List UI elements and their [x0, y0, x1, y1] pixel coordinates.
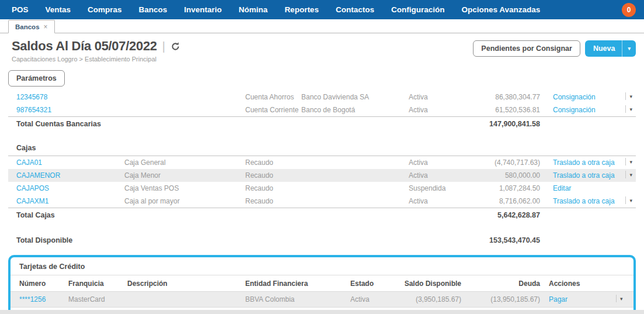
caja-code-link[interactable]: CAJAMENOR — [16, 171, 124, 180]
chevron-down-icon: ▾ — [620, 296, 623, 302]
total-cuentas-bancarias-row: Total Cuentas Bancarias 147,900,841.58 — [8, 117, 636, 131]
caja-name: Caja al por mayor — [124, 197, 245, 205]
status: Activa — [409, 158, 473, 167]
refresh-icon[interactable] — [170, 42, 180, 51]
total-label: Total Cuentas Bancarias — [16, 120, 101, 128]
tarjeta-row: ****1256 MasterCard BBVA Colombia Activa… — [11, 292, 633, 307]
table-row: CAJAXM1 Caja al por mayor Recaudo Activa… — [8, 195, 636, 208]
status: Suspendida — [409, 184, 473, 192]
table-row: CAJAPOS Caja Ventas POS Recaudo Suspendi… — [8, 182, 636, 195]
chevron-down-icon: ▾ — [629, 106, 632, 112]
status: Activa — [409, 93, 473, 101]
nav-item-inventario[interactable]: Inventario — [184, 5, 222, 14]
total-disponible-label: Total Disponible — [16, 236, 72, 244]
nueva-button-label[interactable]: Nueva — [585, 40, 622, 57]
row-menu-button[interactable]: ▾ — [616, 295, 623, 302]
chevron-down-icon: ▾ — [629, 198, 632, 203]
nueva-split-button[interactable]: Nueva ▾ — [585, 40, 636, 57]
nav-item-opciones-avanzadas[interactable]: Opciones Avanzadas — [461, 5, 540, 14]
col-header-numero: Número — [19, 280, 68, 288]
account-number-link[interactable]: 12345678 — [16, 93, 124, 101]
table-row: CAJA01 Caja General Recaudo Activa (4,74… — [8, 156, 636, 169]
status: Activa — [409, 171, 473, 180]
traslado-action-link[interactable]: Traslado a otra caja — [553, 171, 615, 180]
cuentas-bancarias-table: 12345678 Cuenta Ahorros Banco Davivienda… — [8, 91, 636, 247]
row-menu-button[interactable]: ▾ — [625, 158, 632, 165]
caja-code-link[interactable]: CAJA01 — [16, 158, 124, 167]
total-cajas-row: Total Cajas 5,642,628.87 — [8, 208, 636, 222]
editar-action-link[interactable]: Editar — [553, 184, 571, 192]
chevron-down-icon: ▾ — [629, 94, 632, 99]
balance: 580,000.00 — [473, 171, 540, 180]
balance: 61,520,536.81 — [473, 106, 540, 114]
card-number-link[interactable]: ****1256 — [19, 295, 68, 303]
cajas-section-label: Cajas — [8, 141, 636, 156]
tab-close-icon[interactable]: × — [44, 23, 48, 30]
page-header: Saldos Al Día 05/07/2022 | Capacitacione… — [0, 33, 644, 63]
balance: 86,380,304.77 — [473, 93, 540, 101]
nav-item-contactos[interactable]: Contactos — [336, 5, 374, 14]
entidad-financiera: BBVA Colombia — [245, 295, 350, 303]
pendientes-por-consignar-button[interactable]: Pendientes por Consignar — [473, 40, 580, 57]
top-navbar: POS Ventas Compras Bancos Inventario Nóm… — [0, 0, 644, 19]
tab-bancos[interactable]: Bancos × — [8, 20, 55, 33]
account-number-link[interactable]: 987654321 — [16, 106, 124, 114]
caja-type: Recaudo — [245, 158, 301, 167]
balance: (4,740,717.63) — [473, 158, 540, 167]
franquicia: MasterCard — [68, 295, 127, 303]
pagar-action-link[interactable]: Pagar — [549, 295, 568, 303]
nueva-dropdown-caret-icon[interactable]: ▾ — [622, 42, 636, 56]
title-separator: | — [162, 40, 165, 53]
bank-name: Banco de Bogotá — [301, 106, 409, 114]
caja-name: Caja Ventas POS — [124, 184, 245, 192]
nav-item-reportes[interactable]: Reportes — [284, 5, 319, 14]
caja-code-link[interactable]: CAJAPOS — [16, 184, 124, 192]
caja-name: Caja Menor — [124, 171, 245, 180]
status: Activa — [409, 197, 473, 205]
consignacion-action-link[interactable]: Consignación — [553, 106, 596, 114]
caja-type: Recaudo — [245, 184, 301, 192]
table-row: 987654321 Cuenta Corriente Banco de Bogo… — [8, 103, 636, 116]
col-header-descripcion: Descripción — [127, 280, 245, 288]
notification-badge[interactable]: 0 — [622, 3, 636, 17]
caja-name: Caja General — [124, 158, 245, 167]
total-value: 5,642,628.87 — [497, 211, 540, 219]
balance: 1,087,284.50 — [473, 184, 540, 192]
bank-name: Banco Davivienda SA — [301, 93, 409, 101]
col-header-saldo-disponible: Saldo Disponible — [397, 280, 461, 288]
caja-type: Recaudo — [245, 171, 301, 180]
row-menu-button[interactable]: ▾ — [625, 105, 632, 113]
nav-item-compras[interactable]: Compras — [88, 5, 122, 14]
parametros-button[interactable]: Parámetros — [8, 70, 65, 87]
caja-type: Recaudo — [245, 197, 301, 205]
traslado-action-link[interactable]: Traslado a otra caja — [553, 158, 615, 167]
caja-code-link[interactable]: CAJAXM1 — [16, 197, 124, 205]
col-header-franquicia: Franquicia — [68, 280, 127, 288]
table-row: CAJAMENOR Caja Menor Recaudo Activa 580,… — [8, 169, 636, 182]
consignacion-action-link[interactable]: Consignación — [553, 93, 596, 101]
page-footer-strip — [0, 310, 644, 314]
tab-bar: Bancos × — [0, 19, 644, 33]
nav-item-pos[interactable]: POS — [12, 5, 29, 14]
row-menu-button[interactable]: ▾ — [625, 196, 632, 204]
nav-item-bancos[interactable]: Bancos — [139, 5, 168, 14]
row-menu-button[interactable]: ▾ — [625, 171, 632, 178]
col-header-acciones: Acciones — [540, 280, 616, 288]
row-menu-button[interactable]: ▾ — [625, 92, 632, 100]
col-header-entidad-financiera: Entidad Financiera — [245, 280, 350, 288]
traslado-action-link[interactable]: Traslado a otra caja — [553, 197, 615, 205]
tarjetas-section-label: Tarjetas de Crédito — [11, 260, 633, 275]
chevron-down-icon: ▾ — [629, 159, 632, 165]
status: Activa — [409, 106, 473, 114]
nav-item-ventas[interactable]: Ventas — [46, 5, 71, 14]
account-type: Cuenta Ahorros — [245, 93, 301, 101]
account-type: Cuenta Corriente — [245, 106, 301, 114]
breadcrumb: Capacitaciones Loggro > Establecimiento … — [12, 56, 180, 63]
col-header-estado: Estado — [350, 280, 397, 288]
nav-item-configuracion[interactable]: Configuración — [391, 5, 445, 14]
tarjetas-header-row: Número Franquicia Descripción Entidad Fi… — [11, 275, 633, 291]
tab-bancos-label: Bancos — [15, 23, 40, 30]
header-buttons: Pendientes por Consignar Nueva ▾ — [473, 40, 636, 57]
total-disponible-value: 153,543,470.45 — [489, 236, 540, 244]
nav-item-nomina[interactable]: Nómina — [239, 5, 268, 14]
